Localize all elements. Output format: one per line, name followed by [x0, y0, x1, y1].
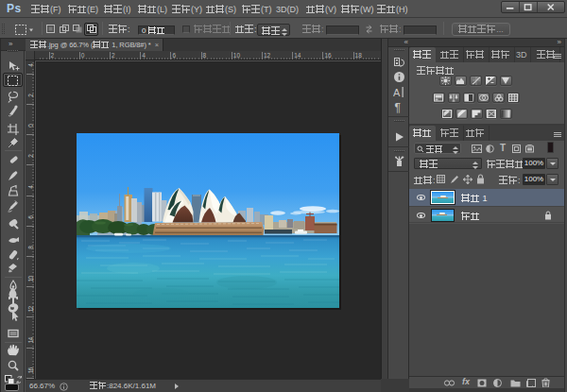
svg-text:¶: ¶: [395, 101, 401, 113]
svg-text:A: A: [393, 87, 401, 98]
